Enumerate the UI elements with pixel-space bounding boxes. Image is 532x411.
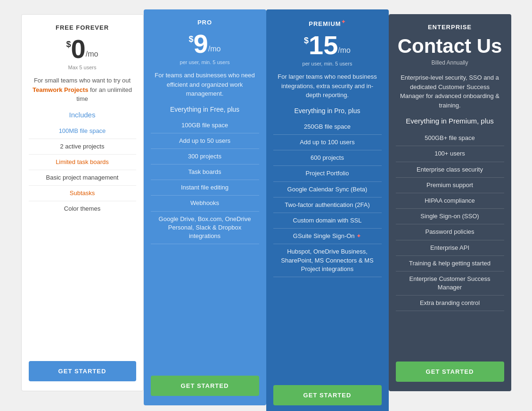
premium-get-started-button[interactable]: GET STARTED (273, 385, 382, 405)
free-includes-label: Includes (69, 111, 96, 119)
list-item: 300 projects (151, 149, 259, 164)
free-price-mo: /mo (86, 50, 98, 58)
list-item: HIPAA compliance (396, 193, 504, 209)
list-item: Custom domain with SSL (273, 213, 382, 229)
free-plan-name: FREE FOREVER (56, 24, 109, 31)
free-price-dollar: $ (66, 40, 71, 49)
free-plan-card: FREE FOREVER $ 0 /mo Max 5 users For sma… (21, 14, 144, 391)
list-item: 100GB file space (151, 118, 259, 133)
list-item: GSuite Single Sign-On ✦ (273, 229, 382, 244)
list-item: Hubspot, OneDrive Business, SharePoint, … (273, 244, 382, 277)
list-item: Subtasks (29, 186, 136, 201)
premium-price-amount: 15 (309, 32, 338, 58)
list-item: Add up to 50 users (151, 133, 259, 149)
enterprise-feature-list: 500GB+ file space 100+ users Enterprise … (396, 131, 504, 332)
free-plan-description: For small teams who want to try out Team… (29, 76, 136, 104)
pricing-container: FREE FOREVER $ 0 /mo Max 5 users For sma… (5, 9, 527, 411)
pro-includes-label: Everything in Free, plus (170, 106, 239, 113)
enterprise-description: Enterprise-level security, SSO and a ded… (396, 73, 504, 110)
list-item: 500GB+ file space (396, 131, 504, 146)
list-item: 250GB file space (273, 119, 382, 135)
pro-price-dollar: $ (189, 34, 194, 44)
list-item: 100MB file space (29, 123, 136, 139)
pro-feature-list: 100GB file space Add up to 50 users 300 … (151, 118, 259, 305)
enterprise-billed-annually: Billed Annually (431, 59, 468, 66)
list-item: Single Sign-on (SSO) (396, 209, 504, 224)
list-item: Instant file editing (151, 180, 259, 196)
premium-plan-card: PREMIUM✦ $ 15 /mo per user, min. 5 users… (266, 9, 389, 411)
pro-price-amount: 9 (194, 31, 208, 57)
enterprise-plan-card: ENTERPRISE Contact Us Billed Annually En… (389, 14, 511, 391)
list-item: 2 active projects (29, 139, 136, 155)
free-price-amount: 0 (71, 36, 86, 62)
enterprise-get-started-button[interactable]: GET STARTED (396, 362, 504, 382)
pro-price-mo: /mo (208, 45, 221, 53)
premium-price-subtext: per user, min. 5 users (303, 61, 352, 66)
list-item: Extra branding control (396, 296, 504, 311)
list-item: Training & help getting started (396, 256, 504, 271)
list-item: Enterprise class security (396, 162, 504, 178)
list-item: Premium support (396, 178, 504, 193)
enterprise-contact-us: Contact Us (398, 35, 502, 57)
list-item: Add up to 100 users (273, 135, 382, 150)
free-price-row: $ 0 /mo (66, 36, 98, 62)
premium-badge: ✦ (341, 19, 346, 25)
premium-price-mo: /mo (338, 46, 351, 55)
pro-price-row: $ 9 /mo (189, 31, 221, 57)
premium-feature-list: 250GB file space Add up to 100 users 600… (273, 119, 382, 327)
enterprise-includes-label: Everything in Premium, plus (406, 117, 494, 125)
free-feature-list: 100MB file space 2 active projects Limit… (29, 123, 136, 284)
enterprise-plan-name: ENTERPRISE (428, 24, 472, 31)
pro-plan-card: PRO $ 9 /mo per user, min. 5 users For t… (144, 9, 266, 405)
list-item: Webhooks (151, 196, 259, 211)
list-item: Color themes (29, 201, 136, 216)
list-item: Password policies (396, 224, 504, 240)
pro-plan-description: For teams and businesses who need effici… (151, 71, 259, 99)
list-item: Project Portfolio (273, 166, 382, 181)
premium-plan-description: For larger teams who need business integ… (273, 72, 382, 100)
list-item: Google Drive, Box.com, OneDrive Personal… (151, 212, 259, 245)
pro-get-started-button[interactable]: GET STARTED (151, 376, 259, 396)
pro-price-subtext: per user, min. 5 users (180, 59, 230, 65)
pro-plan-name: PRO (197, 19, 212, 26)
list-item: Google Calendar Sync (Beta) (273, 182, 382, 197)
premium-price-dollar: $ (304, 36, 309, 46)
list-item: Basic project management (29, 170, 136, 186)
premium-plan-name: PREMIUM✦ (309, 19, 345, 27)
list-item: 100+ users (396, 146, 504, 162)
list-item: Enterprise API (396, 240, 504, 256)
list-item: 600 projects (273, 150, 382, 166)
list-item: Limited task boards (29, 155, 136, 170)
list-item: Enterprise Customer Success Manager (396, 271, 504, 296)
free-get-started-button[interactable]: GET STARTED (29, 361, 136, 381)
premium-includes-label: Everything in Pro, plus (294, 107, 360, 115)
premium-price-row: $ 15 /mo (304, 32, 351, 58)
list-item: Two-factor authentication (2FA) (273, 197, 382, 213)
free-price-subtext: Max 5 users (68, 65, 97, 70)
list-item: Task boards (151, 164, 259, 180)
